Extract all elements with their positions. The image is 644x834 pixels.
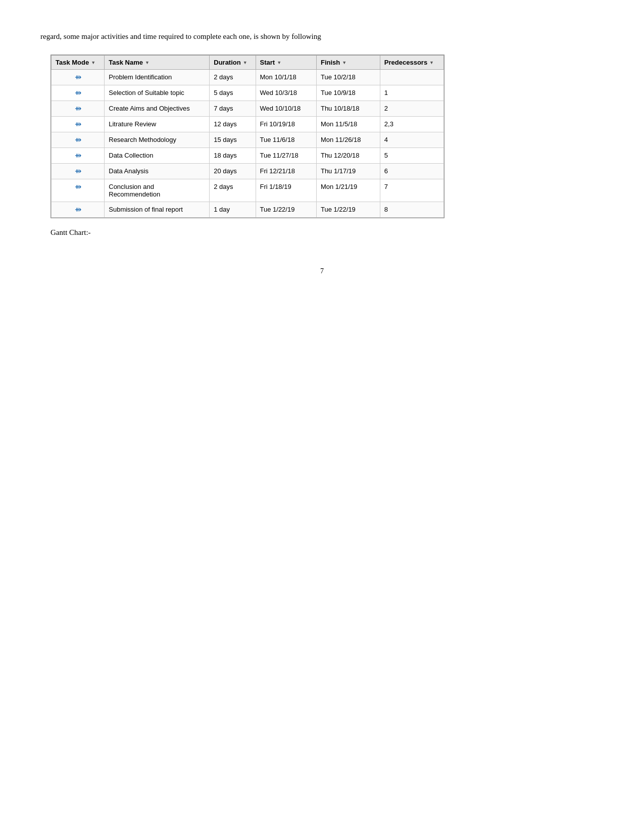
start-cell: Tue 11/6/18 (256, 132, 316, 148)
col-header-task-mode[interactable]: Task Mode ▼ (52, 56, 105, 70)
finish-cell: Mon 11/5/18 (316, 117, 380, 132)
duration-cell: 2 days (210, 179, 256, 202)
task-mode-icon: ⇻ (75, 183, 81, 191)
start-cell: Fri 1/18/19 (256, 179, 316, 202)
predecessors-cell: 2 (380, 101, 443, 117)
sort-arrow-duration: ▼ (243, 60, 247, 65)
task-mode-icon: ⇻ (75, 89, 81, 97)
duration-cell: 7 days (210, 101, 256, 117)
predecessors-cell (380, 70, 443, 85)
duration-cell: 5 days (210, 85, 256, 101)
task-mode-cell: ⇻ (52, 101, 105, 117)
task-name-cell: Data Collection (105, 148, 210, 164)
duration-cell: 1 day (210, 202, 256, 218)
finish-cell: Tue 1/22/19 (316, 202, 380, 218)
task-mode-cell: ⇻ (52, 202, 105, 218)
sort-arrow-task-name: ▼ (145, 60, 150, 65)
task-name-cell: Litrature Review (105, 117, 210, 132)
start-cell: Tue 1/22/19 (256, 202, 316, 218)
sort-arrow-finish: ▼ (342, 60, 346, 65)
table-row: ⇻Problem Identification2 daysMon 10/1/18… (52, 70, 444, 85)
task-mode-icon: ⇻ (75, 136, 81, 144)
sort-arrow-start: ▼ (277, 60, 281, 65)
predecessors-cell: 6 (380, 164, 443, 179)
task-mode-cell: ⇻ (52, 179, 105, 202)
task-mode-icon: ⇻ (75, 167, 81, 175)
finish-cell: Mon 1/21/19 (316, 179, 380, 202)
finish-cell: Tue 10/2/18 (316, 70, 380, 85)
col-header-predecessors[interactable]: Predecessors ▼ (380, 56, 443, 70)
start-cell: Wed 10/10/18 (256, 101, 316, 117)
task-mode-icon: ⇻ (75, 73, 81, 81)
sort-arrow-task-mode: ▼ (91, 60, 95, 65)
task-mode-icon: ⇻ (75, 105, 81, 113)
task-table-wrapper: Task Mode ▼ Task Name ▼ Duration ▼ (51, 55, 444, 218)
task-table: Task Mode ▼ Task Name ▼ Duration ▼ (51, 55, 444, 218)
task-mode-cell: ⇻ (52, 85, 105, 101)
start-cell: Mon 10/1/18 (256, 70, 316, 85)
duration-cell: 15 days (210, 132, 256, 148)
start-cell: Fri 10/19/18 (256, 117, 316, 132)
task-name-cell: Data Analysis (105, 164, 210, 179)
task-mode-cell: ⇻ (52, 70, 105, 85)
task-name-cell: Create Aims and Objectives (105, 101, 210, 117)
duration-cell: 18 days (210, 148, 256, 164)
table-row: ⇻Research Methodology15 daysTue 11/6/18M… (52, 132, 444, 148)
finish-cell: Thu 12/20/18 (316, 148, 380, 164)
task-name-cell: Submission of final report (105, 202, 210, 218)
table-row: ⇻Data Collection18 daysTue 11/27/18Thu 1… (52, 148, 444, 164)
task-name-cell: Conclusion and Recommendetion (105, 179, 210, 202)
table-row: ⇻Data Analysis20 daysFri 12/21/18Thu 1/1… (52, 164, 444, 179)
finish-cell: Thu 10/18/18 (316, 101, 380, 117)
predecessors-cell: 4 (380, 132, 443, 148)
task-name-cell: Problem Identification (105, 70, 210, 85)
task-name-cell: Selection of Suitable topic (105, 85, 210, 101)
intro-paragraph: regard, some major activities and time r… (40, 30, 604, 42)
task-mode-icon: ⇻ (75, 120, 81, 128)
task-mode-cell: ⇻ (52, 164, 105, 179)
task-mode-cell: ⇻ (52, 132, 105, 148)
predecessors-cell: 8 (380, 202, 443, 218)
predecessors-cell: 5 (380, 148, 443, 164)
col-header-finish[interactable]: Finish ▼ (316, 56, 380, 70)
table-row: ⇻Submission of final report1 dayTue 1/22… (52, 202, 444, 218)
gantt-chart-label: Gantt Chart:- (51, 228, 604, 237)
table-row: ⇻Create Aims and Objectives7 daysWed 10/… (52, 101, 444, 117)
col-header-start[interactable]: Start ▼ (256, 56, 316, 70)
table-row: ⇻Selection of Suitable topic5 daysWed 10… (52, 85, 444, 101)
table-row: ⇻Conclusion and Recommendetion2 daysFri … (52, 179, 444, 202)
task-name-cell: Research Methodology (105, 132, 210, 148)
predecessors-cell: 7 (380, 179, 443, 202)
table-row: ⇻Litrature Review12 daysFri 10/19/18Mon … (52, 117, 444, 132)
finish-cell: Mon 11/26/18 (316, 132, 380, 148)
task-mode-cell: ⇻ (52, 148, 105, 164)
task-mode-icon: ⇻ (75, 152, 81, 160)
duration-cell: 20 days (210, 164, 256, 179)
col-header-task-name[interactable]: Task Name ▼ (105, 56, 210, 70)
start-cell: Wed 10/3/18 (256, 85, 316, 101)
start-cell: Tue 11/27/18 (256, 148, 316, 164)
page-number: 7 (40, 267, 604, 275)
col-header-duration[interactable]: Duration ▼ (210, 56, 256, 70)
task-mode-icon: ⇻ (75, 206, 81, 214)
finish-cell: Tue 10/9/18 (316, 85, 380, 101)
sort-arrow-predecessors: ▼ (429, 60, 434, 65)
predecessors-cell: 1 (380, 85, 443, 101)
predecessors-cell: 2,3 (380, 117, 443, 132)
start-cell: Fri 12/21/18 (256, 164, 316, 179)
task-mode-cell: ⇻ (52, 117, 105, 132)
table-header-row: Task Mode ▼ Task Name ▼ Duration ▼ (52, 56, 444, 70)
duration-cell: 12 days (210, 117, 256, 132)
finish-cell: Thu 1/17/19 (316, 164, 380, 179)
duration-cell: 2 days (210, 70, 256, 85)
